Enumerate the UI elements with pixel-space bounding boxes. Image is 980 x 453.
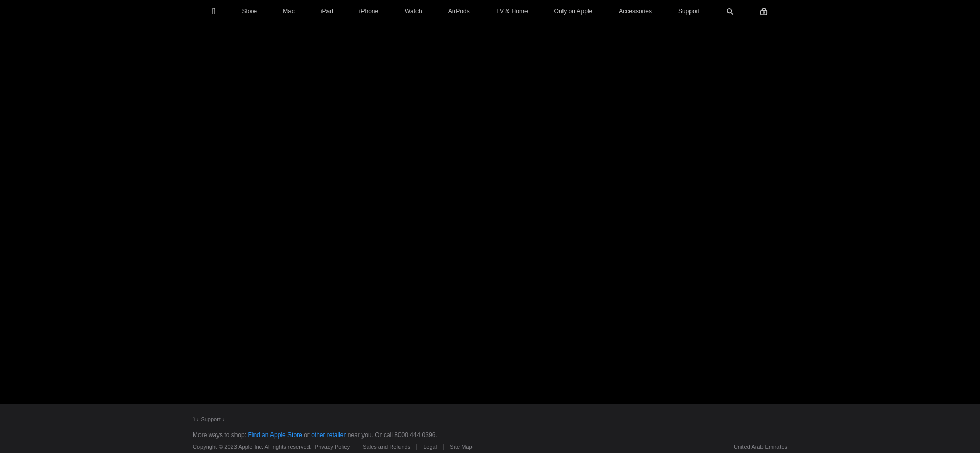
footer-link-privacy[interactable]: Privacy Policy bbox=[315, 444, 356, 450]
breadcrumb-support[interactable]: Support bbox=[201, 416, 221, 422]
nav-item-airpods[interactable]: AirPods bbox=[443, 0, 475, 23]
footer-links: Copyright © 2023 Apple Inc. All rights r… bbox=[0, 441, 980, 453]
copyright-text: Copyright © 2023 Apple Inc. All rights r… bbox=[193, 444, 312, 450]
search-button[interactable] bbox=[721, 0, 739, 23]
near-you-text: near you. Or call 8000 444 0396. bbox=[346, 431, 438, 439]
or-text: or bbox=[302, 431, 311, 439]
footer-link-legal[interactable]: Legal bbox=[423, 444, 444, 450]
footer-link-sitemap[interactable]: Site Map bbox=[450, 444, 479, 450]
nav-item-accessories[interactable]: Accessories bbox=[613, 0, 657, 23]
nav-item-tv-home[interactable]: TV & Home bbox=[491, 0, 533, 23]
nav-item-support[interactable]: Support bbox=[673, 0, 705, 23]
search-icon bbox=[726, 8, 734, 15]
nav-item-iphone[interactable]: iPhone bbox=[354, 0, 384, 23]
nav-item-mac[interactable]: Mac bbox=[278, 0, 300, 23]
footer:  › Support › More ways to shop: Find an… bbox=[0, 404, 980, 453]
other-retailer-link[interactable]: other retailer bbox=[311, 431, 346, 439]
bag-count: 0 bbox=[763, 11, 765, 14]
navbar:  Store Mac iPad iPhone Watch AirPods TV… bbox=[0, 0, 980, 23]
main-content bbox=[0, 23, 980, 404]
breadcrumb-chevron-2: › bbox=[223, 416, 224, 422]
breadcrumb-home[interactable]:  bbox=[193, 416, 195, 422]
svg-point-0 bbox=[727, 8, 731, 12]
find-apple-store-link[interactable]: Find an Apple Store bbox=[248, 431, 302, 439]
bag-button[interactable]: 0 bbox=[755, 0, 773, 23]
apple-logo-nav[interactable]:  bbox=[207, 0, 221, 23]
nav-item-store[interactable]: Store bbox=[237, 0, 262, 23]
breadcrumb-chevron-1: › bbox=[197, 416, 198, 422]
footer-country: United Arab Emirates bbox=[734, 444, 787, 450]
nav-item-ipad[interactable]: iPad bbox=[316, 0, 338, 23]
more-ways-label: More ways to shop: bbox=[193, 431, 248, 439]
footer-link-sales[interactable]: Sales and Refunds bbox=[362, 444, 417, 450]
footer-shop-text: More ways to shop: Find an Apple Store o… bbox=[0, 426, 980, 441]
nav-item-watch[interactable]: Watch bbox=[400, 0, 427, 23]
svg-line-1 bbox=[731, 12, 733, 14]
nav-item-only-on-apple[interactable]: Only on Apple bbox=[549, 0, 598, 23]
breadcrumb:  › Support › bbox=[0, 412, 980, 426]
